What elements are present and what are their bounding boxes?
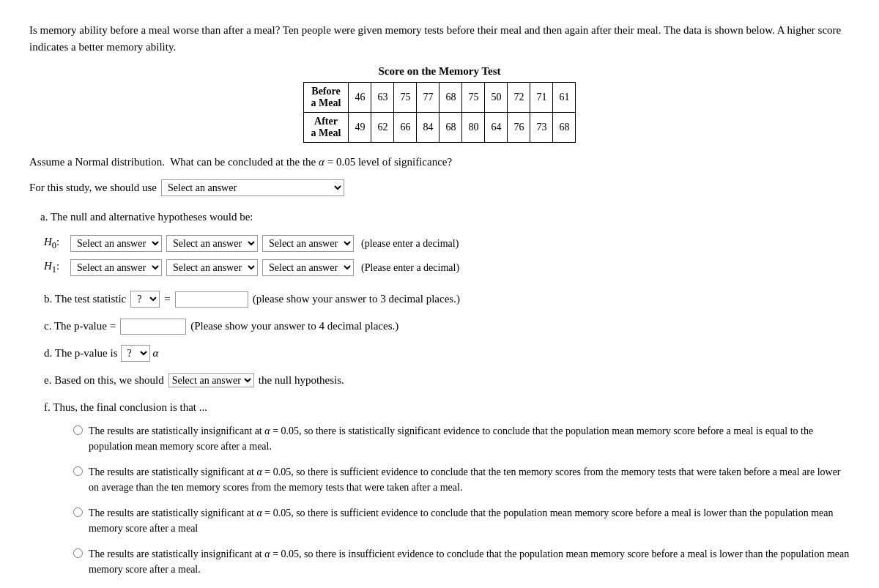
radio-option-2-text: The results are statistically significan…: [89, 464, 850, 495]
section-c-label: c. The p-value =: [44, 316, 116, 336]
before-label: Beforea Meal: [303, 83, 349, 113]
test-statistic-input[interactable]: [175, 291, 248, 308]
h0-select-2[interactable]: Select an answer = ≠ < > ≤ ≥: [166, 235, 258, 252]
section-b: b. The test statistic ? t z = (please sh…: [44, 289, 850, 309]
study-dropdown[interactable]: Select an answer paired t-test independe…: [161, 179, 344, 196]
radio-option-1-text: The results are statistically insignific…: [89, 423, 850, 454]
h1-note: (Please enter a decimal): [361, 262, 459, 274]
section-f-label: f. Thus, the final conclusion is that ..…: [44, 398, 850, 417]
alpha-symbol: α: [153, 343, 159, 363]
radio-1[interactable]: [73, 425, 83, 435]
question-intro: Is memory ability before a meal worse th…: [29, 22, 850, 55]
study-text: For this study, we should use: [29, 178, 157, 198]
section-e-suffix: the null hypothesis.: [259, 371, 344, 390]
radio-4[interactable]: [73, 548, 83, 558]
radio-option-3-text: The results are statistically significan…: [89, 505, 850, 536]
radio-option-3: The results are statistically significan…: [73, 505, 850, 536]
h1-select-3[interactable]: Select an answer μ_before μ_after 0: [262, 259, 354, 276]
section-d-label: d. The p-value is: [44, 343, 118, 363]
h1-select-1[interactable]: Select an answer μ_before μ_after μ_d: [70, 259, 162, 276]
radio-2[interactable]: [73, 466, 83, 476]
section-c: c. The p-value = (Please show your answe…: [44, 316, 850, 336]
equals-sign: =: [164, 289, 170, 309]
radio-option-1: The results are statistically insignific…: [73, 423, 850, 454]
p-value-comparison-dropdown[interactable]: ? < > =: [121, 345, 150, 362]
p-value-input[interactable]: [120, 319, 186, 335]
study-line: For this study, we should use Select an …: [29, 178, 850, 198]
h1-label: H1:: [44, 260, 66, 275]
h0-label: H0:: [44, 236, 66, 251]
test-statistic-type-dropdown[interactable]: ? t z: [130, 291, 160, 308]
h0-select-1[interactable]: Select an answer μ_before μ_after μ_d: [70, 235, 162, 252]
section-a-label: a. The null and alternative hypotheses w…: [29, 211, 850, 223]
radio-options: The results are statistically insignific…: [73, 423, 850, 577]
null-hypothesis-action-dropdown[interactable]: Select an answer reject fail to reject a…: [168, 373, 254, 387]
table-title: Score on the Memory Test: [29, 65, 850, 78]
section-e-label: e. Based on this, we should: [44, 371, 164, 390]
hypotheses-section: H0: Select an answer μ_before μ_after μ_…: [44, 235, 850, 276]
h0-select-3[interactable]: Select an answer μ_before μ_after 0: [262, 235, 354, 252]
radio-option-4-text: The results are statistically insignific…: [89, 546, 850, 577]
radio-3[interactable]: [73, 507, 83, 517]
h0-row: H0: Select an answer μ_before μ_after μ_…: [44, 235, 850, 252]
section-e: e. Based on this, we should Select an an…: [44, 371, 850, 390]
section-b-note: (please show your answer to 3 decimal pl…: [253, 289, 460, 309]
h1-select-2[interactable]: Select an answer = ≠ < > ≤ ≥: [166, 259, 258, 276]
section-c-note: (Please show your answer to 4 decimal pl…: [190, 316, 398, 336]
section-b-label: b. The test statistic: [44, 289, 126, 309]
h0-note: (please enter a decimal): [361, 238, 459, 250]
after-label: Aftera Meal: [303, 113, 349, 143]
alpha-line: Assume a Normal distribution. What can b…: [29, 153, 850, 171]
section-d: d. The p-value is ? < > = α: [44, 343, 850, 363]
memory-table: Beforea Meal 46 63 75 77 68 75 50 72 71 …: [303, 82, 576, 143]
h1-row: H1: Select an answer μ_before μ_after μ_…: [44, 259, 850, 276]
radio-option-4: The results are statistically insignific…: [73, 546, 850, 577]
radio-option-2: The results are statistically significan…: [73, 464, 850, 495]
